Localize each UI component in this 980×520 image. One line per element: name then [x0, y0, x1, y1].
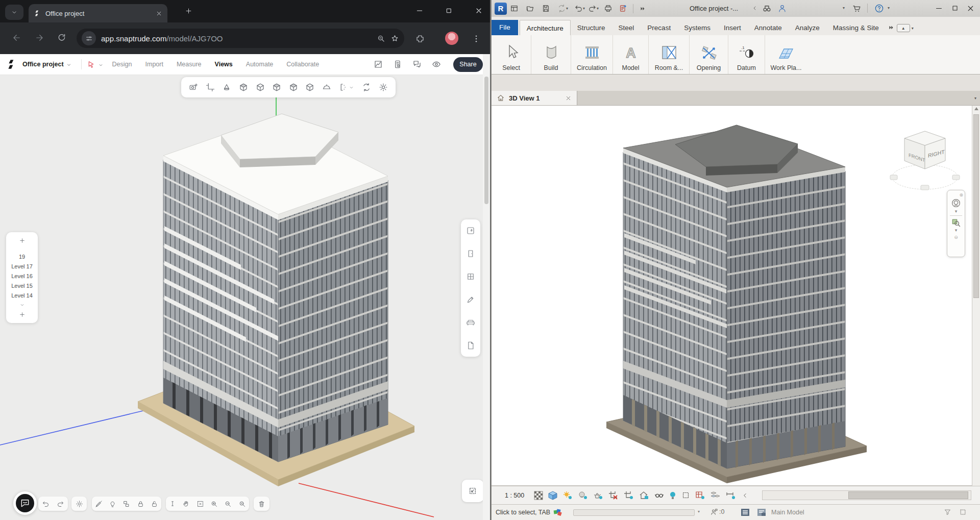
ribbon-tab-massing-site[interactable]: Massing & Site [826, 20, 886, 35]
selection-box-icon[interactable] [681, 491, 690, 500]
help-chat-button[interactable] [13, 491, 37, 515]
zoom-out-icon[interactable] [224, 500, 232, 508]
editable-only-toggle[interactable]: :0 [710, 508, 724, 516]
datum-button[interactable]: .1 Datum [728, 35, 765, 74]
lamp-icon[interactable] [109, 500, 116, 508]
cube-view-shaded-icon[interactable] [272, 83, 281, 92]
work-plane-button[interactable]: Work Pla... [765, 35, 807, 74]
undo-button[interactable]: ▾ [574, 4, 585, 13]
cone-view-icon[interactable] [222, 83, 231, 92]
revit-maximize-button[interactable] [951, 4, 959, 12]
project-name[interactable]: Office project [22, 61, 64, 68]
select-toggle-icon[interactable] [959, 508, 967, 516]
menu-import[interactable]: Import [139, 61, 170, 68]
profile-avatar[interactable] [445, 32, 458, 45]
level-item[interactable]: Level 14 [11, 292, 33, 299]
bookmark-star-icon[interactable] [390, 34, 399, 43]
view-scale-button[interactable]: 1 : 500 [505, 492, 524, 499]
open-icon[interactable] [526, 4, 534, 13]
cube-view-corner-icon[interactable] [289, 83, 298, 92]
fit-view-button[interactable] [462, 480, 483, 502]
navbar-collapse-icon[interactable]: ⊖ [954, 235, 958, 240]
ribbon-collapse-button[interactable]: ▲▾ [897, 24, 914, 32]
ribbon-tab-annotate[interactable]: Annotate [748, 20, 789, 35]
snaptrude-3d-model[interactable] [0, 75, 483, 520]
rendering-icon[interactable] [593, 491, 603, 500]
windows-icon[interactable] [466, 272, 475, 281]
navbar-close-icon[interactable]: ⊗ [959, 192, 963, 197]
view-tab-3d-view-1[interactable]: 3D View 1 [492, 91, 577, 105]
view-tab-close-icon[interactable] [565, 95, 572, 102]
active-design-option[interactable]: Main Model [771, 509, 804, 516]
revit-minimize-button[interactable] [935, 4, 943, 13]
model-button[interactable]: A Model [613, 35, 649, 74]
sun-path-button[interactable] [338, 83, 354, 92]
site-info-button[interactable] [82, 31, 96, 45]
scroll-up-arrow[interactable] [974, 107, 978, 110]
revit-viewport[interactable]: FRONT RIGHT ⊗ ▾ ▾ ⊖ [492, 106, 972, 486]
redo-icon[interactable] [57, 500, 64, 508]
zoom-extents-icon[interactable] [197, 500, 204, 508]
extensions-icon[interactable] [415, 34, 425, 43]
tab-close-icon[interactable] [156, 10, 162, 17]
ribbon-tab-precast[interactable]: Precast [641, 20, 677, 35]
viewport-horizontal-scrollbar[interactable] [762, 490, 971, 500]
analytical-model-icon[interactable] [695, 491, 705, 500]
page-scrollbar-thumb[interactable] [484, 77, 488, 204]
cart-icon[interactable] [852, 4, 862, 13]
sync-button[interactable]: ▾ [557, 4, 568, 13]
build-button[interactable]: Build [531, 35, 571, 74]
settings-icon[interactable] [379, 83, 388, 92]
back-button[interactable] [12, 33, 21, 42]
visual-style-icon[interactable] [548, 491, 557, 500]
menu-measure[interactable]: Measure [170, 61, 208, 68]
undo-icon[interactable] [42, 500, 50, 508]
unlock-icon[interactable] [151, 500, 158, 508]
add-level-bottom-button[interactable] [19, 311, 26, 318]
ribbon-tab-structure[interactable]: Structure [571, 20, 612, 35]
room-area-button[interactable]: Room &... [649, 35, 690, 74]
search-icon[interactable] [762, 4, 772, 13]
status-chevron[interactable]: ▾ [698, 509, 700, 514]
cube-view-solid-icon[interactable] [239, 83, 248, 92]
zoom-in-icon[interactable] [210, 500, 218, 508]
ribbon-tab-architecture[interactable]: Architecture [520, 20, 571, 35]
pages-icon[interactable] [466, 341, 475, 350]
select-tool-chevron-icon[interactable] [98, 62, 104, 68]
steering-wheel-icon[interactable] [950, 197, 962, 209]
forward-button[interactable] [35, 33, 44, 42]
materials-icon[interactable] [466, 226, 475, 235]
save-icon[interactable] [542, 4, 550, 13]
circulation-button[interactable]: Circulation [571, 35, 613, 74]
settings-icon[interactable] [76, 500, 83, 508]
temporary-hide-icon[interactable] [669, 491, 676, 500]
menu-design[interactable]: Design [106, 61, 139, 68]
refresh-icon[interactable] [362, 83, 371, 92]
share-button[interactable]: Share [453, 57, 483, 72]
viewcube[interactable]: FRONT RIGHT [888, 128, 965, 191]
menu-automate[interactable]: Automate [239, 61, 280, 68]
building-model[interactable] [138, 114, 434, 517]
filter-icon[interactable] [944, 508, 951, 516]
visibility-icon[interactable] [432, 60, 441, 69]
wheel-dropdown-chevron[interactable]: ▾ [955, 209, 958, 214]
omnibox[interactable]: app.snaptrude.com/model/AJG7OO [77, 29, 404, 48]
text-cursor-icon[interactable] [169, 500, 176, 507]
level-item[interactable]: Level 16 [11, 273, 33, 279]
reveal-hidden-icon[interactable] [654, 490, 664, 500]
displacement-icon[interactable] [710, 491, 721, 500]
reload-button[interactable] [57, 33, 66, 42]
ribbon-tab-insert[interactable]: Insert [717, 20, 748, 35]
chrome-menu-icon[interactable] [472, 34, 481, 43]
view-tabs-chevron[interactable]: ▾ [974, 96, 976, 101]
sun-path-icon[interactable] [562, 491, 573, 500]
design-options-icon[interactable] [741, 508, 750, 516]
section-box-icon[interactable] [206, 83, 215, 92]
level-item[interactable]: Level 17 [11, 263, 33, 269]
level-item[interactable]: 19 [19, 254, 25, 260]
menu-collaborate[interactable]: Collaborate [280, 61, 326, 68]
crop-view-icon[interactable] [608, 491, 619, 500]
tabs-more-icon[interactable] [888, 24, 895, 31]
opening-button[interactable]: Opening [690, 35, 728, 74]
ribbon-tab-analyze[interactable]: Analyze [789, 20, 826, 35]
